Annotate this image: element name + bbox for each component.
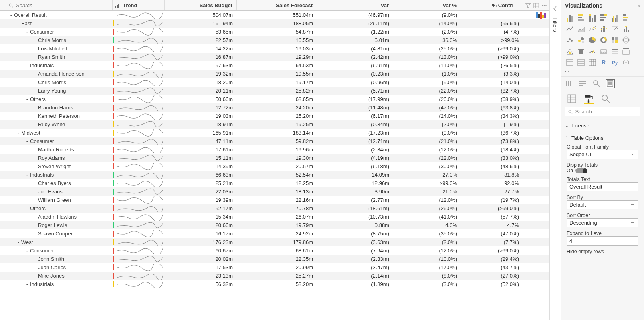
table-row[interactable]: Mike Jones23.13m25.27m(2.14m)(8.0%)(27.0… [0,272,549,280]
expander-icon[interactable]: - [16,130,21,136]
display-totals-toggle[interactable]: On [567,168,638,173]
viz-type-icon[interactable] [587,24,597,34]
table-options-section-header[interactable]: ⌃ Table Options [561,133,644,143]
expander-icon[interactable]: - [24,97,30,102]
expander-icon[interactable]: - [24,172,30,178]
table-row[interactable]: Chris Morris22.57m16.55m6.01m36.0%>99.0% [0,36,549,44]
collapse-pane-icon[interactable]: › [638,2,640,9]
table-row[interactable]: Charles Byers25.21m12.25m12.96m>99.0%92.… [0,179,549,187]
expand-pane-icon[interactable] [552,6,559,12]
viz-type-icon[interactable]: R [599,58,608,67]
forecast-column-header[interactable]: Sales Forecast [237,0,317,10]
viz-type-icon[interactable] [565,13,575,22]
viz-type-icon[interactable] [621,58,631,67]
expander-icon[interactable]: - [24,29,30,35]
viz-type-icon[interactable] [576,46,586,56]
viz-type-icon[interactable] [599,13,608,22]
viz-type-icon[interactable] [576,13,586,22]
table-row[interactable]: Aladdin Hawkins15.34m26.07m(10.73m)(41.0… [0,213,549,221]
table-row[interactable]: Ruby White18.91m19.25m(0.34m)(2.0%)(1.9%… [0,120,549,129]
table-row[interactable]: -Consumer47.11m59.82m(12.71m)(21.0%)(73.… [0,137,549,145]
expander-icon[interactable]: - [24,248,30,254]
expander-icon[interactable]: - [16,21,21,26]
table-row[interactable]: Larry Young20.11m25.82m(5.71m)(22.0%)(82… [0,87,549,95]
sortby-select[interactable]: Default [567,200,638,209]
table-row[interactable]: William Green19.39m22.16m(2.77m)(12.0%)(… [0,196,549,204]
viz-type-icon[interactable] [587,58,597,67]
table-row[interactable]: John Smith20.02m22.35m(2.33m)(10.0%)(29.… [0,255,549,263]
table-row[interactable]: Juan Carlos17.53m20.99m(3.47m)(17.0%)(43… [0,263,549,272]
viz-type-icon[interactable] [599,35,608,45]
table-row[interactable]: Steven Wright14.39m20.57m(6.18m)(30.0%)(… [0,162,549,171]
filter-icon[interactable] [525,2,531,9]
viz-type-icon[interactable] [599,24,608,34]
viz-type-icon[interactable] [565,24,575,34]
table-row[interactable]: -Others52.17m70.78m(18.61m)(26.0%)(>99.0… [0,204,549,213]
table-row[interactable]: Chris Morris18.20m19.17m(0.96m)(5.0%)(14… [0,78,549,87]
table-row[interactable]: Kenneth Peterson19.03m25.20m(6.17m)(24.0… [0,112,549,120]
viz-type-icon[interactable] [621,24,631,34]
tab-grid[interactable] [567,94,577,104]
table-row[interactable]: -Midwest165.91m183.14m(17.23m)(9.0%)(36.… [0,129,549,137]
expander-icon[interactable]: - [24,282,30,287]
table-row[interactable]: Brandon Harris12.72m24.20m(11.48m)(47.0%… [0,103,549,112]
expander-icon[interactable]: - [24,63,30,68]
viz-type-icon[interactable] [565,35,575,45]
viz-type-icon[interactable] [621,46,631,56]
viz-type-icon[interactable] [565,46,575,56]
viz-type-icon[interactable]: Py [610,58,620,67]
viz-type-icon[interactable] [576,24,586,34]
table-row[interactable]: -Industrials66.63m52.54m14.09m27.0%81.8% [0,171,549,179]
more-options-icon[interactable]: ··· [541,2,547,9]
viz-type-icon[interactable] [610,35,620,45]
trend-column-header[interactable]: Trend [113,0,165,10]
expander-icon[interactable]: - [16,239,21,245]
viz-more-button[interactable]: ··· [561,68,644,76]
viz-type-icon[interactable] [587,35,597,45]
table-row[interactable]: Roy Adams15.11m19.30m(4.19m)(22.0%)(33.0… [0,154,549,162]
viz-type-icon[interactable] [576,58,586,67]
viz-type-icon[interactable] [621,13,631,22]
budget-column-header[interactable]: Sales Budget [165,0,237,10]
table-row[interactable]: Joe Evans22.03m18.13m3.90m21.0%27.7% [0,187,549,196]
table-row[interactable]: -West176.23m179.86m(3.63m)(2.0%)(7.7%) [0,238,549,246]
tab-magnify[interactable] [601,94,611,104]
var-column-header[interactable]: Var [317,0,393,10]
format-icon[interactable] [579,79,587,88]
expander-icon[interactable]: - [8,12,14,18]
table-row[interactable]: -Industrials56.32m58.20m(1.89m)(3.0%)(52… [0,280,549,288]
totals-text-input[interactable] [567,182,638,191]
viz-type-icon[interactable] [610,46,620,56]
table-row[interactable]: Lois Mitchell14.22m19.03m(4.81m)(25.0%)(… [0,44,549,53]
search-input[interactable] [16,2,88,8]
table-row[interactable]: -Overall Result504.07m551.04m(46.97m)(9.… [0,11,549,19]
expander-icon[interactable]: - [24,206,30,211]
fields-icon[interactable] [565,79,574,88]
format-search-input[interactable] [575,109,638,115]
viz-type-icon[interactable] [610,24,620,34]
table-row[interactable]: -Consumer53.65m54.87m(1.22m)(2.0%)(4.7%) [0,28,549,36]
font-family-select[interactable]: Segoe UI [567,150,638,159]
viz-type-icon[interactable]: 123 [599,46,608,56]
table-row[interactable]: Shawn Cooper16.17m24.92m(8.75m)(35.0%)(4… [0,229,549,238]
viz-type-icon[interactable] [621,35,631,45]
table-row[interactable]: -Consumer60.67m68.61m(7.94m)(12.0%)(>99.… [0,246,549,255]
analytics-icon[interactable] [592,79,601,88]
expand-level-input[interactable] [567,236,638,246]
sortorder-select[interactable]: Descending [567,218,638,227]
expander-icon[interactable]: - [24,139,30,144]
table-row[interactable]: -Others50.66m68.65m(17.99m)(26.0%)(68.9%… [0,95,549,103]
viz-type-icon[interactable] [587,46,597,56]
table-row[interactable]: Amanda Henderson19.32m19.55m(0.23m)(1.0%… [0,70,549,78]
tab-paint-roller[interactable] [584,94,594,104]
format-search[interactable] [565,107,640,116]
table-body[interactable]: -Overall Result504.07m551.04m(46.97m)(9.… [0,11,549,320]
custom-format-icon[interactable] [606,79,615,88]
contri-column-header[interactable]: % Contri [461,0,529,10]
filters-collapsed-pane[interactable]: Filters [549,0,561,320]
license-section-header[interactable]: ⌄ License [561,121,644,130]
focus-mode-icon[interactable] [533,2,539,9]
varp-column-header[interactable]: Var % [393,0,461,10]
table-row[interactable]: -Industrials57.63m64.53m(6.91m)(11.0%)(2… [0,61,549,70]
table-row[interactable]: -East161.94m188.05m(26.11m)(14.0%)(55.6%… [0,19,549,28]
